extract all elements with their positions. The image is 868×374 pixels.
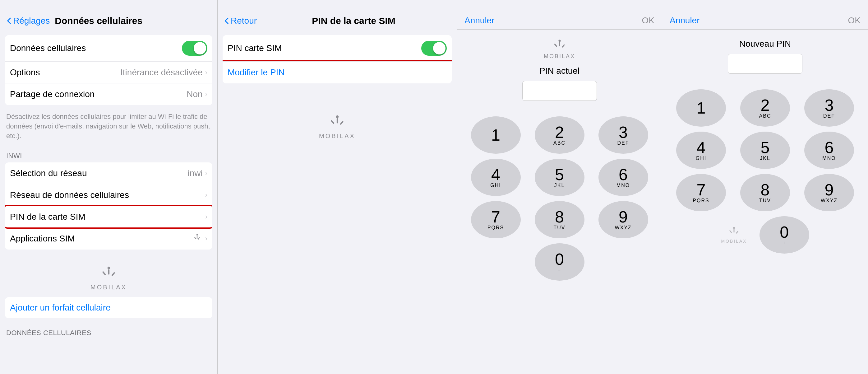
key-6-panel3[interactable]: 6 MNO xyxy=(598,159,648,196)
ok-button-panel4[interactable]: OK xyxy=(848,16,861,26)
value-partage: Non xyxy=(187,89,203,99)
nav-bar-panel2: Retour PIN de la carte SIM xyxy=(218,0,457,30)
svg-point-8 xyxy=(336,115,339,118)
settings-list-panel2: PIN carte SIM Modifier le PIN MOBILAX xyxy=(218,30,457,374)
pin-nav-panel4: Annuler OK xyxy=(662,0,868,30)
pin-nav-panel3: Annuler OK xyxy=(457,0,662,30)
numpad-panel4: 1 2 ABC 3 DEF 4 GHI 5 JKL 6 MNO xyxy=(662,89,868,211)
numpad-panel3: 1 2 ABC 3 DEF 4 GHI 5 JKL 6 MNO xyxy=(457,116,662,238)
key-letters-7: PQRS xyxy=(488,225,504,231)
back-button-panel1[interactable]: Réglages xyxy=(6,16,50,26)
svg-rect-10 xyxy=(331,120,334,124)
key-digit-8: 8 xyxy=(555,209,564,225)
svg-rect-19 xyxy=(736,231,739,234)
svg-rect-1 xyxy=(196,236,197,239)
inwi-group: Sélection du réseau inwi › Réseau de don… xyxy=(5,163,212,250)
key-0-panel3[interactable]: 0 + xyxy=(535,243,585,281)
title-panel1: Données cellulaires xyxy=(55,16,143,26)
chevron-partage: › xyxy=(205,90,207,98)
label-donnees-cellulaires: Données cellulaires xyxy=(10,43,182,53)
label-options: Options xyxy=(10,67,120,78)
mobilax-text-panel2: MOBILAX xyxy=(319,133,355,140)
key-4-panel4[interactable]: 4 GHI xyxy=(676,132,726,169)
value-selection-reseau: inwi xyxy=(187,168,203,178)
key-letters-8: TUV xyxy=(554,225,565,231)
list-item-pin-toggle[interactable]: PIN carte SIM xyxy=(223,35,452,62)
key-digit-0: 0 xyxy=(555,251,564,267)
key-letters-0: + xyxy=(558,267,561,273)
key-digit-7: 7 xyxy=(491,209,500,225)
key-2-panel4[interactable]: 2 ABC xyxy=(740,89,790,127)
value-options: Itinérance désactivée xyxy=(120,67,203,78)
list-item-reseau-donnees[interactable]: Réseau de données cellulaires › xyxy=(5,184,212,206)
key-letters-2: ABC xyxy=(553,140,565,146)
label-modifier-pin: Modifier le PIN xyxy=(227,67,447,78)
key-digit-6: 6 xyxy=(619,167,628,183)
svg-point-16 xyxy=(733,227,735,229)
key-8-panel4[interactable]: 8 TUV xyxy=(740,174,790,211)
mobilax-watermark-panel4: MOBILAX xyxy=(721,226,747,243)
svg-rect-13 xyxy=(559,42,560,46)
svg-rect-3 xyxy=(198,237,200,239)
label-partage: Partage de connexion xyxy=(10,89,187,99)
list-item-applications-sim[interactable]: Applications SIM › xyxy=(5,228,212,250)
cancel-button-panel3[interactable]: Annuler xyxy=(464,16,495,26)
panel-pin-actuel: Annuler OK MOBILAX PIN actuel 1 2 ABC xyxy=(457,0,662,374)
pin-label-panel3: PIN actuel xyxy=(539,66,580,76)
svg-rect-14 xyxy=(554,43,557,47)
panel-cellular-data: Réglages Données cellulaires Données cel… xyxy=(0,0,218,374)
add-cellular-text: Ajouter un forfait cellulaire xyxy=(10,303,111,312)
key-4-panel3[interactable]: 4 GHI xyxy=(471,159,521,196)
key-8-panel3[interactable]: 8 TUV xyxy=(535,201,585,238)
label-pin-toggle: PIN carte SIM xyxy=(227,43,421,53)
pin-body-panel4: Nouveau PIN 1 2 ABC 3 DEF 4 GHI 5 JKL xyxy=(662,30,868,374)
key-letters-4: GHI xyxy=(490,183,501,188)
toggle-donnees-cellulaires[interactable] xyxy=(182,41,207,56)
list-item-options[interactable]: Options Itinérance désactivée › xyxy=(5,62,212,83)
ok-button-panel3[interactable]: OK xyxy=(642,16,654,26)
label-pin-carte-sim: PIN de la carte SIM xyxy=(10,212,205,222)
key-letters-9: WXYZ xyxy=(615,225,631,231)
key-9-panel4[interactable]: 9 WXYZ xyxy=(804,174,854,211)
list-item-donnees-cellulaires[interactable]: Données cellulaires xyxy=(5,35,212,62)
key-digit-4: 4 xyxy=(491,167,500,183)
key-5-panel3[interactable]: 5 JKL xyxy=(535,159,585,196)
back-label-panel2: Retour xyxy=(231,16,257,26)
key-6-panel4[interactable]: 6 MNO xyxy=(804,132,854,169)
pin-group: PIN carte SIM Modifier le PIN xyxy=(223,35,452,83)
key-digit-2: 2 xyxy=(555,124,564,140)
key-3-panel4[interactable]: 3 DEF xyxy=(804,89,854,127)
toggle-pin-carte-sim[interactable] xyxy=(421,41,447,56)
key-digit-1: 1 xyxy=(491,127,500,143)
pin-body-panel3: MOBILAX PIN actuel 1 2 ABC 3 DEF 4 GHI 5 xyxy=(457,30,662,374)
top-group: Données cellulaires Options Itinérance d… xyxy=(5,35,212,105)
back-button-panel2[interactable]: Retour xyxy=(224,16,257,26)
key-7-panel4[interactable]: 7 PQRS xyxy=(676,174,726,211)
svg-rect-2 xyxy=(194,237,196,239)
label-selection-reseau: Sélection du réseau xyxy=(10,168,187,178)
list-item-partage[interactable]: Partage de connexion Non › xyxy=(5,83,212,105)
key-7-panel3[interactable]: 7 PQRS xyxy=(471,201,521,238)
key-5-panel4[interactable]: 5 JKL xyxy=(740,132,790,169)
pin-input-panel3[interactable] xyxy=(522,81,597,101)
key-3-panel3[interactable]: 3 DEF xyxy=(598,116,648,154)
key-1-panel3[interactable]: 1 xyxy=(471,116,521,154)
back-label-panel1: Réglages xyxy=(13,16,50,26)
chevron-reseau-donnees: › xyxy=(205,191,207,199)
pin-input-panel4[interactable] xyxy=(728,54,802,74)
pin-label-panel4: Nouveau PIN xyxy=(739,39,791,49)
list-item-selection-reseau[interactable]: Sélection du réseau inwi › xyxy=(5,163,212,184)
svg-rect-6 xyxy=(102,271,106,276)
key-1-panel4[interactable]: 1 xyxy=(676,89,726,127)
list-item-modifier-pin[interactable]: Modifier le PIN xyxy=(223,62,452,83)
key-9-panel3[interactable]: 9 WXYZ xyxy=(598,201,648,238)
description-text: Désactivez les données cellulaires pour … xyxy=(0,109,217,145)
section-donnees-cellulaires: DONNÉES CELLULAIRES xyxy=(0,322,217,340)
list-item-pin-carte-sim[interactable]: PIN de la carte SIM › xyxy=(5,206,212,228)
key-2-panel3[interactable]: 2 ABC xyxy=(535,116,585,154)
add-cellular-button[interactable]: Ajouter un forfait cellulaire xyxy=(5,297,212,318)
mobilax-text-panel1: MOBILAX xyxy=(90,284,127,291)
numpad-zero-row-panel3: 0 + xyxy=(525,238,594,281)
cancel-button-panel4[interactable]: Annuler xyxy=(670,16,700,26)
key-0-panel4[interactable]: 0 + xyxy=(760,216,809,254)
